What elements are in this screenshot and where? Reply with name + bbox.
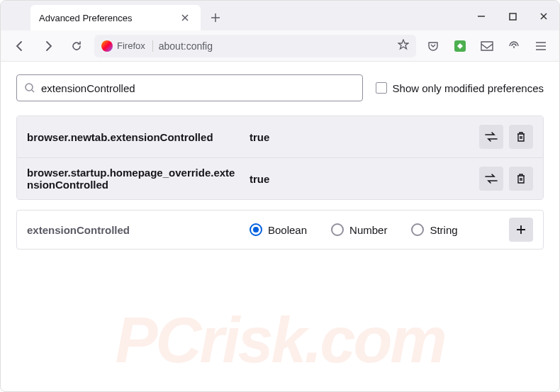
url-bar[interactable]: Firefox about:config — [94, 35, 416, 57]
minimize-button[interactable] — [471, 6, 491, 26]
preference-list: browser.newtab.extensionControlled true … — [16, 116, 544, 200]
content-area: Show only modified preferences browser.n… — [1, 62, 559, 262]
search-input[interactable] — [41, 82, 355, 94]
mail-icon[interactable] — [477, 36, 497, 56]
menu-button[interactable] — [531, 36, 551, 56]
radio-label: Number — [349, 224, 387, 236]
browser-tab[interactable]: Advanced Preferences — [30, 5, 201, 30]
radio-string[interactable]: String — [411, 223, 457, 236]
radio-number[interactable]: Number — [331, 223, 387, 236]
radio-boolean[interactable]: Boolean — [250, 223, 307, 236]
forward-button[interactable] — [38, 35, 59, 57]
extension-icon[interactable] — [450, 36, 470, 56]
show-modified-checkbox[interactable]: Show only modified preferences — [376, 82, 544, 94]
radio-icon — [331, 223, 344, 236]
preference-name: browser.startup.homepage_override.extens… — [27, 167, 240, 191]
url-text: about:config — [159, 40, 392, 52]
preference-value: true — [250, 131, 469, 143]
new-preference-row: extensionControlled Boolean Number Strin… — [16, 210, 544, 250]
back-button[interactable] — [9, 35, 30, 57]
identity-label: Firefox — [117, 40, 145, 51]
delete-button[interactable] — [509, 167, 533, 191]
close-window-button[interactable] — [534, 6, 554, 26]
identity-box[interactable]: Firefox — [101, 40, 153, 52]
radio-label: String — [430, 224, 457, 236]
search-box[interactable] — [16, 74, 363, 101]
preference-value: true — [250, 173, 469, 185]
new-preference-name: extensionControlled — [27, 224, 240, 236]
close-tab-icon[interactable] — [178, 11, 192, 25]
svg-rect-0 — [510, 13, 516, 20]
tab-title: Advanced Preferences — [39, 13, 172, 23]
search-row: Show only modified preferences — [16, 74, 544, 101]
toggle-button[interactable] — [479, 167, 503, 191]
radio-icon — [250, 223, 262, 236]
toggle-button[interactable] — [479, 125, 503, 149]
radio-icon — [411, 223, 424, 236]
preference-name: browser.newtab.extensionControlled — [27, 131, 240, 143]
reload-button[interactable] — [66, 35, 87, 57]
preference-row: browser.newtab.extensionControlled true — [17, 116, 543, 158]
window-controls — [471, 6, 554, 26]
type-radio-group: Boolean Number String — [250, 223, 499, 236]
new-tab-button[interactable] — [205, 7, 226, 28]
preference-actions — [479, 125, 533, 149]
preference-row: browser.startup.homepage_override.extens… — [17, 158, 543, 199]
svg-point-1 — [26, 84, 33, 91]
checkbox-label: Show only modified preferences — [393, 82, 544, 94]
checkbox-icon — [376, 82, 387, 94]
delete-button[interactable] — [509, 125, 533, 149]
pocket-icon[interactable] — [423, 36, 443, 56]
preference-actions — [479, 167, 533, 191]
shield-icon[interactable] — [504, 36, 524, 56]
toolbar: Firefox about:config — [1, 30, 559, 62]
search-icon — [24, 82, 35, 94]
firefox-icon — [101, 40, 113, 52]
titlebar: Advanced Preferences — [1, 1, 559, 30]
bookmark-star-icon[interactable] — [398, 39, 409, 53]
maximize-button[interactable] — [503, 6, 522, 26]
add-button[interactable] — [509, 218, 533, 242]
watermark: PCrisk.com — [1, 304, 559, 377]
radio-label: Boolean — [268, 224, 307, 236]
